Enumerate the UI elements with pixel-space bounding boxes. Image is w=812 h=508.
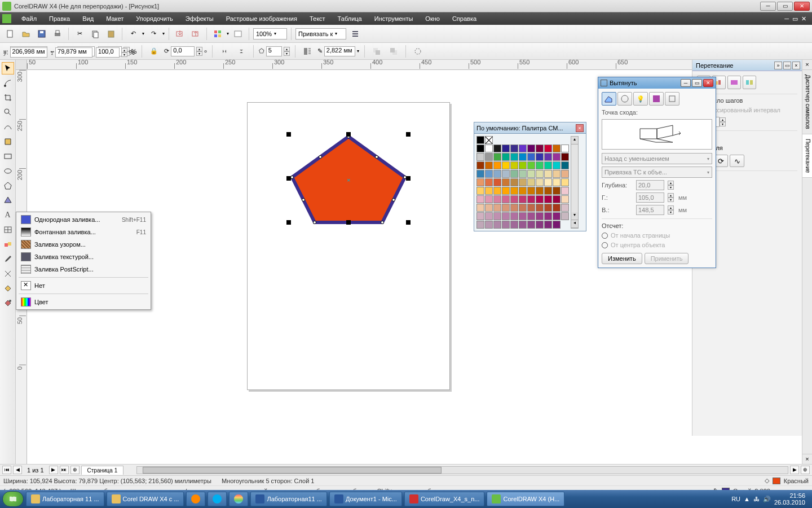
color-swatch[interactable] xyxy=(510,221,518,229)
color-swatch[interactable] xyxy=(493,204,501,212)
import-button[interactable] xyxy=(173,27,187,41)
color-swatch[interactable] xyxy=(510,195,518,203)
color-swatch[interactable] xyxy=(527,221,535,229)
extrude-titlebar[interactable]: Вытянуть ─ ▭ ✕ xyxy=(598,77,716,89)
color-swatch[interactable] xyxy=(544,178,552,186)
polygon-tool[interactable] xyxy=(2,179,14,192)
interactive-fill-tool[interactable] xyxy=(2,297,14,309)
taskbar-item[interactable] xyxy=(186,492,205,506)
color-swatch[interactable] xyxy=(527,195,535,203)
extrude-tab-color[interactable] xyxy=(649,92,664,106)
extrude-tab-preset[interactable] xyxy=(602,92,616,106)
minimize-button[interactable]: ─ xyxy=(760,2,776,11)
add-page-button[interactable]: ⊕ xyxy=(70,466,80,474)
color-swatch[interactable] xyxy=(553,144,561,152)
color-swatch[interactable] xyxy=(561,144,569,152)
color-swatch[interactable] xyxy=(544,204,552,212)
next-page-button[interactable]: ▶ xyxy=(49,466,58,474)
tray-icon[interactable]: ▲ xyxy=(744,496,750,502)
color-swatch[interactable] xyxy=(519,178,527,186)
welcome-button[interactable] xyxy=(231,27,245,41)
clock[interactable]: 21:56 26.03.2010 xyxy=(774,492,805,506)
pattern-fill-item[interactable]: Заливка узором... xyxy=(17,238,149,251)
color-swatch[interactable] xyxy=(519,221,527,229)
menu-file[interactable]: Файл xyxy=(16,14,42,24)
extrude-snap-select[interactable]: Привязка ТС к объе...▾ xyxy=(602,167,712,178)
color-swatch[interactable] xyxy=(544,153,552,161)
color-swatch[interactable] xyxy=(553,221,561,229)
horizontal-scrollbar[interactable] xyxy=(136,466,788,474)
new-button[interactable] xyxy=(3,27,17,41)
color-swatch[interactable] xyxy=(485,204,493,212)
menu-text[interactable]: Текст xyxy=(304,14,331,24)
color-palette-window[interactable]: По умолчанию: Палитра СМ... × ▸ ▴▾◂ xyxy=(474,122,586,231)
postscript-fill-item[interactable]: Заливка PostScript... xyxy=(17,263,149,275)
no-fill-swatch[interactable] xyxy=(485,136,493,144)
paste-button[interactable] xyxy=(104,27,118,41)
extrude-tab-rotation[interactable] xyxy=(617,92,632,106)
color-swatch[interactable] xyxy=(536,221,544,229)
options-button[interactable] xyxy=(348,27,362,41)
color-swatch[interactable] xyxy=(476,161,484,169)
ref-page-radio[interactable]: От начала страницы xyxy=(602,232,712,239)
color-swatch[interactable] xyxy=(476,178,484,186)
maximize-button[interactable]: ▭ xyxy=(777,2,793,11)
color-swatch[interactable] xyxy=(544,195,552,203)
taskbar-item[interactable]: Лабораторная 11 ... xyxy=(26,492,104,506)
taskbar-item[interactable]: Документ1 - Mic... xyxy=(329,492,402,506)
outline-tool[interactable] xyxy=(2,268,14,280)
color-swatch[interactable] xyxy=(510,187,518,195)
steps-spinner[interactable]: ▴▾ xyxy=(720,117,726,126)
ellipse-tool[interactable] xyxy=(2,165,14,177)
color-swatch[interactable] xyxy=(485,170,493,178)
menu-help[interactable]: Справка xyxy=(447,14,482,24)
pick-tool[interactable] xyxy=(2,62,14,75)
taskbar-item-active[interactable]: CorelDRAW X4 (Н... xyxy=(487,492,564,506)
page-tab-1[interactable]: Страница 1 xyxy=(81,466,124,475)
color-swatch[interactable] xyxy=(527,153,535,161)
system-tray[interactable]: RU ▲ 🖧 🔊 21:56 26.03.2010 xyxy=(731,492,810,506)
crop-tool[interactable] xyxy=(2,91,14,104)
color-swatch[interactable] xyxy=(510,161,518,169)
palette-titlebar[interactable]: По умолчанию: Палитра СМ... × xyxy=(474,122,586,134)
extrude-minimize[interactable]: ─ xyxy=(681,79,691,87)
to-back-button[interactable] xyxy=(387,45,400,58)
text-tool[interactable]: A xyxy=(2,209,14,221)
color-swatch[interactable] xyxy=(536,170,544,178)
color-swatch[interactable] xyxy=(519,161,527,169)
mdi-restore[interactable]: ▭ xyxy=(792,15,798,23)
export-button[interactable] xyxy=(189,27,202,41)
ruler-horizontal[interactable]: 50100150200250300350400450500550600650 м… xyxy=(27,60,802,70)
color-swatch[interactable] xyxy=(476,187,484,195)
extrude-v-input[interactable] xyxy=(636,205,664,215)
open-button[interactable] xyxy=(19,27,33,41)
color-swatch[interactable] xyxy=(485,187,493,195)
color-swatch[interactable] xyxy=(536,204,544,212)
color-swatch[interactable] xyxy=(493,170,501,178)
app-menu-icon[interactable] xyxy=(2,14,11,23)
zoom-combo[interactable]: 100%▾ xyxy=(253,28,287,40)
color-swatch[interactable] xyxy=(544,221,552,229)
color-swatch[interactable] xyxy=(493,161,501,169)
color-swatch[interactable] xyxy=(527,161,535,169)
color-swatch[interactable] xyxy=(561,178,569,186)
menu-effects[interactable]: Эффекты xyxy=(180,14,219,24)
tray-volume-icon[interactable]: 🔊 xyxy=(763,496,771,503)
menu-arrange[interactable]: Упорядочить xyxy=(130,14,178,24)
print-button[interactable] xyxy=(51,27,64,41)
menu-bitmaps[interactable]: Растровые изображения xyxy=(220,14,303,24)
color-swatch[interactable] xyxy=(502,195,510,203)
mirror-v-button[interactable] xyxy=(235,45,248,58)
launcher-dropdown[interactable]: ▾ xyxy=(227,31,229,36)
color-swatch[interactable] xyxy=(476,144,484,152)
color-swatch[interactable] xyxy=(519,144,527,152)
no-fill-item[interactable]: ✕Нет xyxy=(17,279,149,292)
docker-collapse-button[interactable]: » xyxy=(774,62,782,69)
color-swatch[interactable] xyxy=(510,144,518,152)
color-swatch[interactable] xyxy=(527,170,535,178)
first-page-button[interactable]: ⏮ xyxy=(2,466,11,474)
color-swatch[interactable] xyxy=(476,212,484,220)
redo-dropdown[interactable]: ▾ xyxy=(162,31,165,36)
color-swatch[interactable] xyxy=(536,212,544,220)
color-swatch[interactable] xyxy=(502,170,510,178)
